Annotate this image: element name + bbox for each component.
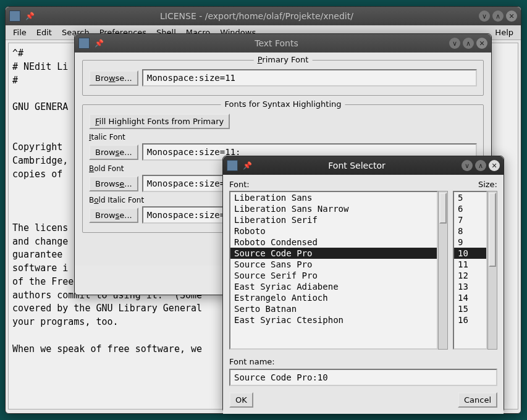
font-list-item[interactable]: Source Serif Pro bbox=[230, 270, 437, 281]
size-list-item[interactable]: 12 bbox=[454, 270, 486, 281]
fonts-title: Text Fonts bbox=[106, 38, 447, 48]
italic-font-label: Italic Font bbox=[89, 133, 477, 141]
fill-from-primary-button[interactable]: Fill Highlight Fonts from Primary bbox=[89, 114, 230, 129]
font-selector-dialog: 📌 Font Selector ∨ ∧ ✕ Font: Liberation S… bbox=[222, 156, 504, 413]
size-list-item[interactable]: 6 bbox=[454, 203, 486, 214]
size-list-item[interactable]: 9 bbox=[454, 237, 486, 248]
bold-italic-browse-button[interactable]: Browse... bbox=[89, 208, 138, 223]
font-list-item[interactable]: East Syriac Adiabene bbox=[230, 281, 437, 292]
size-list-item[interactable]: 10 bbox=[454, 248, 486, 259]
size-list-item[interactable]: 11 bbox=[454, 259, 486, 270]
font-list-item[interactable]: Source Sans Pro bbox=[230, 259, 437, 270]
minimize-button[interactable]: ∨ bbox=[479, 10, 490, 22]
minimize-button[interactable]: ∨ bbox=[449, 38, 460, 49]
font-list-item[interactable]: Serto Batnan bbox=[230, 303, 437, 314]
size-list-item[interactable]: 13 bbox=[454, 281, 486, 292]
size-list-item[interactable]: 15 bbox=[454, 303, 486, 314]
font-list-item[interactable]: Estrangelo Antioch bbox=[230, 292, 437, 303]
size-list-item[interactable]: 7 bbox=[454, 214, 486, 225]
pin-icon[interactable]: 📌 bbox=[95, 39, 104, 48]
app-icon bbox=[227, 160, 238, 171]
app-icon bbox=[9, 10, 20, 22]
size-column-label: Size: bbox=[453, 180, 497, 189]
app-icon bbox=[78, 38, 90, 49]
font-list-item[interactable]: Liberation Serif bbox=[230, 214, 437, 225]
pin-icon[interactable]: 📌 bbox=[25, 12, 35, 20]
maximize-button[interactable]: ∧ bbox=[463, 38, 474, 49]
font-column-label: Font: bbox=[229, 180, 448, 189]
font-list-item[interactable]: East Syriac Ctesiphon bbox=[230, 314, 437, 326]
font-list-item[interactable]: Liberation Sans Narrow bbox=[230, 203, 437, 214]
primary-font-group: Primary Font Browse... bbox=[82, 60, 484, 96]
close-button[interactable]: ✕ bbox=[489, 160, 500, 171]
pin-icon[interactable]: 📌 bbox=[243, 161, 252, 170]
font-scrollbar[interactable] bbox=[438, 191, 448, 350]
selector-title: Font Selector bbox=[255, 161, 459, 170]
font-name-label: Font name: bbox=[229, 357, 497, 366]
size-list-item[interactable]: 5 bbox=[454, 192, 486, 203]
selector-cancel-button[interactable]: Cancel bbox=[458, 392, 497, 408]
size-listbox[interactable]: 5678910111213141516 bbox=[453, 191, 487, 350]
font-list-item[interactable]: Liberation Sans bbox=[230, 192, 437, 203]
menu-edit[interactable]: Edit bbox=[32, 27, 57, 38]
maximize-button[interactable]: ∧ bbox=[475, 160, 486, 171]
size-list-item[interactable]: 8 bbox=[454, 225, 486, 237]
primary-browse-button[interactable]: Browse... bbox=[89, 70, 138, 86]
size-list-item[interactable]: 16 bbox=[454, 314, 486, 326]
fonts-titlebar[interactable]: 📌 Text Fonts ∨ ∧ ✕ bbox=[75, 34, 491, 52]
menu-file[interactable]: File bbox=[8, 27, 32, 38]
font-list-item[interactable]: Roboto Condensed bbox=[230, 237, 437, 248]
selector-ok-button[interactable]: OK bbox=[229, 392, 253, 408]
bold-browse-button[interactable]: Browse... bbox=[89, 176, 138, 191]
maximize-button[interactable]: ∧ bbox=[492, 10, 504, 22]
font-listbox[interactable]: Liberation SansLiberation Sans NarrowLib… bbox=[229, 191, 438, 350]
selector-titlebar[interactable]: 📌 Font Selector ∨ ∧ ✕ bbox=[223, 156, 504, 175]
close-button[interactable]: ✕ bbox=[506, 10, 517, 22]
close-button[interactable]: ✕ bbox=[476, 38, 487, 49]
font-list-item[interactable]: Roboto bbox=[230, 225, 437, 237]
minimize-button[interactable]: ∨ bbox=[462, 160, 473, 171]
italic-browse-button[interactable]: Browse... bbox=[89, 145, 138, 160]
primary-font-input[interactable] bbox=[142, 69, 477, 86]
size-scrollbar[interactable] bbox=[487, 191, 497, 350]
font-name-input[interactable] bbox=[229, 369, 497, 386]
size-list-item[interactable]: 14 bbox=[454, 292, 486, 303]
main-title: LICENSE - /export/home/olaf/Projekte/xne… bbox=[37, 11, 476, 21]
main-titlebar[interactable]: 📌 LICENSE - /export/home/olaf/Projekte/x… bbox=[6, 7, 521, 25]
menu-help[interactable]: Help bbox=[490, 27, 518, 38]
font-list-item[interactable]: Source Code Pro bbox=[230, 248, 437, 259]
primary-font-label: Primary Font bbox=[254, 55, 313, 64]
highlight-label: Fonts for Syntax Highlighting bbox=[221, 99, 345, 109]
